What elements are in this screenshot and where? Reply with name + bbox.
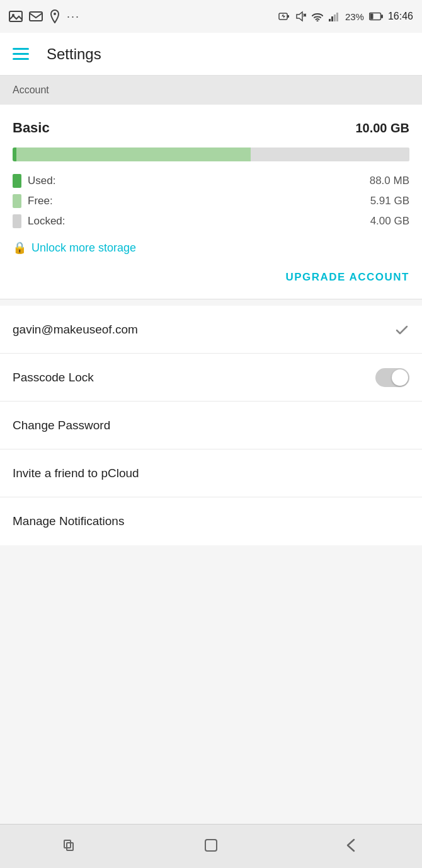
storage-total: 10.00 GB [355,121,409,136]
passcode-toggle[interactable] [375,368,409,387]
used-value: 88.0 MB [370,175,409,187]
svg-point-3 [54,13,56,15]
storage-progress-bar [13,148,409,161]
used-dot [13,174,21,188]
list-item-passcode-lock[interactable]: Passcode Lock [0,354,422,402]
image-status-icon [9,11,23,22]
storage-header: Basic 10.00 GB [13,120,409,136]
email-label: gavin@makeuseof.com [13,323,138,337]
storage-card: Basic 10.00 GB Used: 88.0 MB Free: [0,105,422,299]
svg-point-9 [316,20,318,21]
storage-stats: Used: 88.0 MB Free: 5.91 GB Locked: 4.00… [13,174,409,228]
svg-rect-12 [334,14,336,21]
locked-value: 4.00 GB [370,215,409,228]
manage-notifications-label: Manage Notifications [13,514,124,528]
upgrade-section: UPGRADE ACCOUNT [13,265,409,286]
list-item-manage-notifications[interactable]: Manage Notifications [0,497,422,545]
svg-rect-10 [329,19,331,21]
battery-percentage: 23% [345,11,364,22]
unlock-storage-link[interactable]: 🔒 Unlock more storage [13,241,409,255]
used-stat-row: Used: 88.0 MB [13,174,409,188]
back-button[interactable] [343,836,360,857]
unlock-text: Unlock more storage [31,241,136,255]
time-display: 16:46 [388,11,413,22]
list-item-email[interactable]: gavin@makeuseof.com [0,306,422,354]
svg-rect-13 [336,13,338,21]
locked-label: Locked: [28,215,66,228]
passcode-lock-label: Passcode Lock [13,371,94,385]
svg-rect-19 [205,840,217,851]
battery-icon [369,12,383,21]
battery-charging-icon [278,11,290,22]
lock-icon: 🔒 [13,241,26,255]
svg-rect-16 [381,14,383,18]
progress-locked [251,148,409,161]
page-title: Settings [47,45,101,63]
used-label: Used: [28,175,55,187]
svg-rect-15 [370,14,373,20]
svg-rect-2 [30,12,42,21]
storage-plan: Basic [13,120,50,136]
free-stat-row: Free: 5.91 GB [13,194,409,208]
upgrade-account-button[interactable]: UPGRADE ACCOUNT [285,271,409,284]
email-status-icon [29,11,43,21]
list-item-invite-friend[interactable]: Invite a friend to pCloud [0,449,422,497]
change-password-label: Change Password [13,419,110,432]
location-status-icon [49,9,60,23]
settings-list: gavin@makeuseof.com Passcode Lock Change… [0,306,422,545]
home-button[interactable] [202,836,220,857]
status-bar-right-icons: 23% 16:46 [278,11,413,22]
svg-rect-11 [331,16,333,21]
recent-apps-button[interactable] [62,836,79,857]
menu-button[interactable] [13,48,29,60]
list-item-change-password[interactable]: Change Password [0,402,422,449]
check-icon [394,322,409,337]
status-bar: ··· 23% [0,0,422,33]
svg-rect-0 [9,11,22,21]
bottom-navigation [0,824,422,868]
signal-icon [329,11,340,21]
svg-marker-6 [297,12,302,21]
locked-dot [13,214,21,228]
mute-icon [295,11,306,22]
progress-free [16,148,251,161]
header: Settings [0,33,422,76]
toggle-thumb [392,369,408,386]
free-dot [13,194,21,208]
locked-stat-row: Locked: 4.00 GB [13,214,409,228]
status-bar-left-icons: ··· [9,9,80,23]
wifi-status-icon [311,11,324,21]
more-status-icon: ··· [67,10,80,23]
svg-rect-5 [287,15,289,18]
free-label: Free: [28,195,53,207]
invite-friend-label: Invite a friend to pCloud [13,466,139,480]
free-value: 5.91 GB [370,195,409,207]
account-section-label: Account [0,76,422,105]
